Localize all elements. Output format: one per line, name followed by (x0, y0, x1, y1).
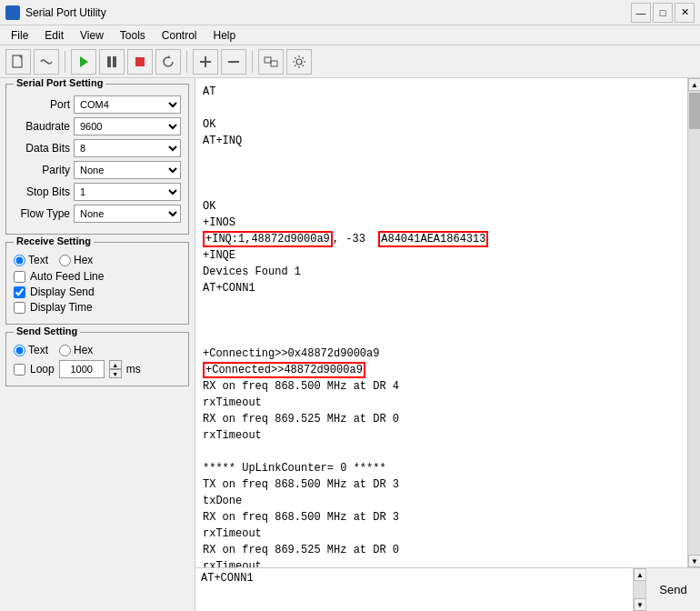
flow-type-label: Flow Type (14, 207, 70, 220)
inq-highlight-1: +INQ:1,48872d9000a9 (203, 231, 333, 247)
output-wrapper: AT OK AT+INQ OK +INOS +INQ:1,48872d9000a… (195, 78, 700, 567)
parity-label: Parity (14, 164, 70, 176)
menu-file[interactable]: File (4, 27, 35, 44)
toolbar-new-button[interactable] (5, 49, 31, 75)
output-line-at: AT (203, 84, 680, 100)
send-button[interactable]: Send (645, 568, 700, 611)
flow-type-select[interactable]: None Hardware Software (74, 205, 181, 223)
inq-highlight-2: A84041AEA1864313 (378, 231, 488, 247)
send-setting-title: Send Setting (14, 326, 80, 336)
output-line-rxtimeout4: rxTimeout (203, 558, 680, 567)
svg-rect-10 (271, 61, 277, 66)
display-send-label: Display Send (30, 285, 95, 298)
loop-decrement-button[interactable]: ▼ (109, 369, 122, 378)
output-line-blank3 (203, 165, 680, 182)
output-line-txdone: txDone (203, 493, 680, 509)
loop-spinner: ▲ ▼ (109, 360, 122, 378)
parity-select[interactable]: None Odd Even Mark Space (74, 161, 181, 179)
toolbar-refresh-button[interactable] (155, 49, 181, 75)
output-line-inos: +INOS (203, 215, 680, 231)
toolbar-connect-button[interactable] (34, 49, 59, 75)
output-line-devices: Devices Found 1 (203, 264, 680, 280)
input-scroll-down[interactable]: ▼ (634, 598, 646, 611)
output-scrollbar[interactable]: ▲ ▼ (687, 78, 700, 567)
scroll-down-arrow[interactable]: ▼ (688, 555, 700, 567)
auto-feed-line-checkbox[interactable] (14, 271, 25, 283)
toolbar-add-button[interactable] (193, 49, 218, 75)
output-text-area[interactable]: AT OK AT+INQ OK +INOS +INQ:1,48872d9000a… (195, 78, 687, 567)
toolbar-run-button[interactable] (71, 49, 96, 75)
display-send-checkbox[interactable] (14, 286, 25, 298)
output-line-rx3: RX on freq 868.500 MHz at DR 3 (203, 509, 680, 526)
display-time-checkbox[interactable] (14, 302, 25, 314)
loop-value-input[interactable] (59, 360, 105, 378)
input-scrollbar: ▲ ▼ (633, 568, 645, 611)
output-line-ok2: OK (203, 198, 680, 215)
output-line-blank6 (203, 313, 680, 329)
output-line-blank5 (203, 296, 680, 313)
send-input[interactable]: AT+CONN1 (195, 568, 633, 611)
output-line-connected: +Connected>>48872d9000a9 (203, 362, 680, 378)
toolbar-remove-button[interactable] (221, 49, 246, 75)
send-text-radio[interactable]: Text (14, 344, 48, 356)
send-setting-group: Send Setting Text Hex Loop (5, 332, 189, 386)
close-button[interactable]: ✕ (675, 3, 695, 23)
output-line-rxtimeout3: rxTimeout (203, 526, 680, 542)
svg-rect-9 (265, 57, 271, 63)
toolbar-pause-button[interactable] (99, 49, 125, 75)
title-bar: Serial Port Utility — □ ✕ (0, 0, 700, 25)
output-line-blank2 (203, 149, 680, 165)
auto-feed-line-label: Auto Feed Line (30, 270, 104, 283)
app-icon (5, 5, 20, 20)
output-line-rx2: RX on freq 869.525 MHz at DR 0 (203, 411, 680, 427)
stop-bits-label: Stop Bits (14, 185, 70, 198)
output-line-blank4 (203, 182, 680, 198)
output-line-blank8 (203, 444, 680, 460)
svg-rect-4 (135, 57, 145, 66)
baudrate-select[interactable]: 9600 1200 2400 4800 19200 38400 115200 (74, 117, 181, 135)
receive-text-radio[interactable]: Text (14, 254, 48, 266)
output-line-blank1 (203, 100, 680, 116)
output-line-atconn1: AT+CONN1 (203, 280, 680, 296)
scroll-up-arrow[interactable]: ▲ (688, 78, 700, 91)
send-hex-radio[interactable]: Hex (59, 344, 93, 356)
svg-point-11 (296, 59, 302, 65)
receive-setting-title: Receive Setting (14, 235, 94, 246)
scroll-thumb[interactable] (689, 93, 700, 129)
baudrate-label: Baudrate (14, 120, 70, 133)
menu-edit[interactable]: Edit (37, 27, 71, 44)
toolbar-settings-button[interactable] (286, 49, 312, 75)
data-bits-select[interactable]: 8 5 6 7 (74, 139, 181, 157)
svg-rect-3 (113, 56, 116, 67)
minimize-button[interactable]: — (631, 3, 651, 23)
receive-hex-radio[interactable]: Hex (59, 254, 93, 266)
serial-port-setting-group: Serial Port Setting Port COM4 COM1 COM2 … (5, 84, 189, 235)
connected-highlight: +Connected>>48872d9000a9 (203, 362, 365, 378)
maximize-button[interactable]: □ (653, 3, 673, 23)
loop-checkbox[interactable] (14, 364, 25, 376)
loop-label: Loop (30, 363, 55, 376)
output-line-rx4: RX on freq 869.525 MHz at DR 0 (203, 542, 680, 558)
stop-bits-select[interactable]: 1 1.5 2 (74, 183, 181, 201)
display-time-label: Display Time (30, 301, 93, 314)
menu-control[interactable]: Control (155, 27, 205, 44)
ms-label: ms (126, 363, 141, 376)
toolbar (0, 45, 700, 78)
menu-view[interactable]: View (73, 27, 111, 44)
toolbar-window-button[interactable] (258, 49, 284, 75)
toolbar-separator-2 (186, 51, 187, 73)
input-area: AT+CONN1 ▲ ▼ Send (195, 567, 700, 611)
data-bits-label: Data Bits (14, 142, 70, 155)
output-line-tx1: TX on freq 868.500 MHz at DR 3 (203, 476, 680, 493)
output-line-inqe: +INQE (203, 247, 680, 264)
scroll-track[interactable] (688, 91, 700, 555)
menu-tools[interactable]: Tools (113, 27, 153, 44)
toolbar-separator-3 (252, 51, 253, 73)
port-select[interactable]: COM4 COM1 COM2 COM3 (74, 95, 181, 114)
output-line-ok1: OK (203, 116, 680, 133)
input-scroll-up[interactable]: ▲ (634, 568, 646, 581)
svg-rect-2 (107, 56, 111, 67)
loop-increment-button[interactable]: ▲ (109, 360, 122, 369)
toolbar-stop-button[interactable] (127, 49, 153, 75)
menu-help[interactable]: Help (206, 27, 244, 44)
